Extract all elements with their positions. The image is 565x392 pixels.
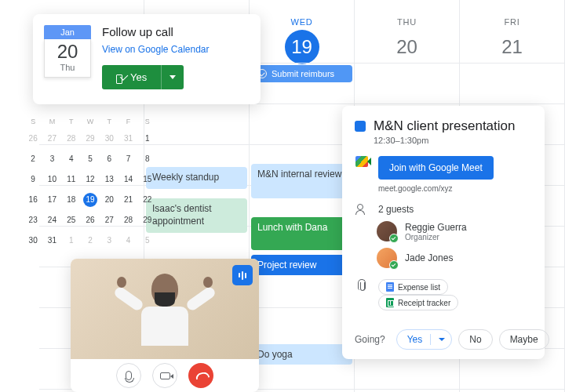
mini-cal-day[interactable]: 28 (118, 213, 137, 227)
day-label: THU (355, 17, 459, 27)
mini-cal-day[interactable]: 29 (138, 213, 157, 227)
day-header-fri[interactable]: FRI 21 (460, 0, 564, 64)
join-meet-button[interactable]: Join with Google Meet (378, 156, 494, 180)
participant-video (137, 274, 192, 344)
mini-cal-day[interactable]: 1 (62, 234, 81, 248)
mini-cal-day[interactable]: 17 (42, 193, 61, 207)
mini-cal-day[interactable]: 2 (81, 234, 100, 248)
status-check-icon (389, 234, 399, 243)
mini-cal-day[interactable]: 18 (62, 193, 81, 207)
day-header-wed[interactable]: WED 19 (250, 0, 354, 64)
date-tile-month: Jan (44, 25, 91, 39)
mini-cal-day[interactable]: 26 (24, 132, 42, 146)
event-dentist[interactable]: Isaac's dentist appointment (146, 198, 247, 233)
mini-cal-day[interactable]: 4 (62, 152, 81, 166)
mini-cal-day[interactable]: 22 (138, 193, 157, 207)
mini-cal-day[interactable]: 11 (62, 172, 81, 187)
day-number: 20 (390, 30, 425, 64)
rsvp-dropdown-button[interactable] (161, 65, 184, 89)
mini-cal-day[interactable]: 25 (62, 213, 81, 227)
google-meet-icon (355, 156, 368, 167)
rsvp-check-icon (116, 73, 126, 82)
attachment-chip[interactable]: Receipt tracker (378, 295, 458, 310)
mini-cal-day[interactable]: 13 (100, 172, 118, 187)
guest-count: 2 guests (378, 204, 414, 215)
mini-cal-day[interactable]: 14 (118, 172, 137, 187)
date-tile: Jan 20 Thu (44, 25, 91, 93)
avatar (377, 221, 397, 241)
event-title: M&N client presentation (374, 118, 515, 134)
mini-cal-day[interactable]: 31 (42, 234, 61, 248)
mini-cal-day[interactable]: 3 (100, 234, 118, 248)
guest-role: Organizer (405, 233, 467, 241)
mini-cal-day[interactable]: 3 (42, 152, 61, 166)
meet-url[interactable]: meet.google.com/xyz (378, 184, 494, 193)
mini-cal-day[interactable]: 7 (118, 152, 137, 166)
mini-cal-day[interactable]: 29 (81, 132, 100, 146)
attachment-chip[interactable]: Expense list (378, 279, 448, 295)
people-icon (356, 204, 367, 213)
mini-cal-day[interactable]: 28 (62, 132, 81, 146)
mini-cal-day[interactable]: 5 (138, 234, 157, 248)
invite-card: Jan 20 Thu Follow up call View on Google… (33, 14, 261, 104)
event-review[interactable]: M&N internal review (251, 164, 352, 198)
day-number: 19 (285, 30, 319, 64)
mini-cal-day[interactable]: 10 (42, 172, 61, 187)
event-yoga[interactable]: Do yoga (251, 344, 352, 365)
rsvp-no-pill[interactable]: No (458, 329, 492, 350)
hangup-button[interactable] (188, 363, 213, 388)
mini-cal-day[interactable]: 27 (42, 132, 61, 146)
event-project[interactable]: Project review (251, 255, 352, 275)
event-lunch[interactable]: Lunch with Dana (251, 217, 352, 250)
mini-cal-day[interactable]: 15 (138, 172, 157, 187)
event-time: 12:30–1:30pm (374, 136, 515, 145)
mini-cal-day[interactable]: 12 (81, 172, 100, 187)
mini-cal-day[interactable]: 26 (81, 213, 100, 227)
rsvp-maybe-pill[interactable]: Maybe (499, 329, 549, 350)
mini-cal-day[interactable]: 27 (100, 213, 118, 227)
view-calendar-link[interactable]: View on Google Calendar (102, 44, 210, 55)
event-standup[interactable]: Weekly standup (146, 167, 247, 189)
event-submit[interactable]: Submit reimburs (251, 65, 352, 82)
rsvp-yes-pill[interactable]: Yes (396, 329, 453, 350)
rsvp-yes-button[interactable]: Yes (102, 65, 161, 89)
mini-cal-day[interactable]: 2 (24, 152, 42, 166)
guest-row: Jade Jones (377, 248, 532, 268)
mini-calendar: SMTWTFS 26272829303112345678910111213141… (24, 118, 157, 248)
mini-cal-day[interactable]: 8 (138, 152, 157, 166)
sheet-icon (386, 298, 394, 307)
mute-button[interactable] (116, 363, 141, 388)
guest-name: Jade Jones (405, 252, 453, 263)
sound-indicator-icon (232, 265, 253, 285)
day-label: WED (250, 17, 354, 27)
guest-name: Reggie Guerra (405, 222, 467, 233)
mini-cal-day[interactable]: 30 (24, 234, 42, 248)
mini-cal-day[interactable]: 30 (100, 132, 118, 146)
mini-cal-day[interactable]: 16 (24, 193, 42, 207)
mini-cal-day[interactable]: 5 (81, 152, 100, 166)
date-tile-num: 20 (45, 42, 90, 61)
date-tile-day: Thu (45, 63, 90, 72)
invite-title: Follow up call (102, 25, 250, 38)
day-header-thu[interactable]: THU 20 (355, 0, 459, 64)
mini-cal-day[interactable]: 20 (100, 193, 118, 207)
video-frame (71, 259, 259, 359)
mini-cal-day[interactable]: 1 (138, 132, 157, 146)
camera-button[interactable] (152, 363, 177, 388)
attachment-icon (358, 279, 366, 290)
day-label: FRI (460, 17, 564, 27)
phone-icon (195, 370, 206, 381)
status-check-icon (389, 260, 399, 270)
mini-cal-day[interactable]: 19 (81, 193, 100, 207)
mini-cal-day[interactable]: 21 (118, 193, 137, 207)
avatar (377, 248, 397, 268)
mini-cal-day[interactable]: 23 (24, 213, 42, 227)
chevron-down-icon (439, 338, 445, 341)
mini-cal-day[interactable]: 9 (24, 172, 42, 187)
mini-cal-day[interactable]: 31 (118, 132, 137, 146)
mic-icon (126, 371, 132, 380)
mini-cal-day[interactable]: 24 (42, 213, 61, 227)
mini-cal-day[interactable]: 4 (118, 234, 137, 248)
chevron-down-icon (170, 75, 176, 79)
mini-cal-day[interactable]: 6 (100, 152, 118, 166)
